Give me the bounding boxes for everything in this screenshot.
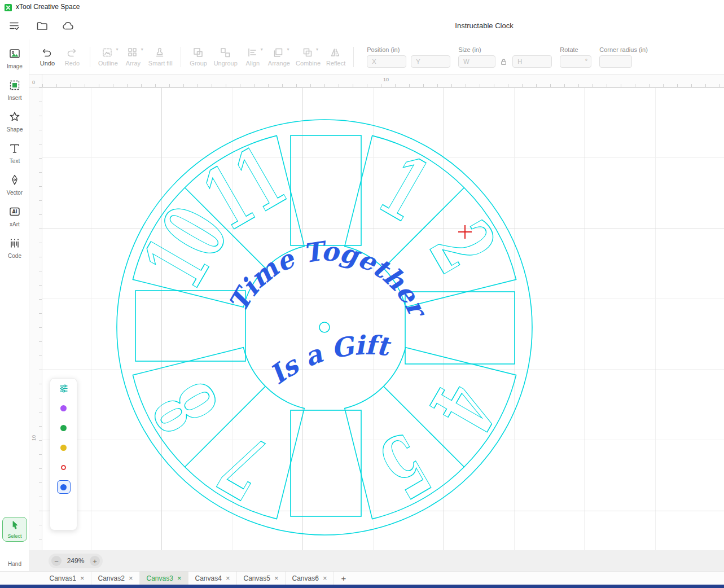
corner-radius-label: Corner radius (in): [599, 46, 648, 53]
tab-close-icon[interactable]: ×: [177, 574, 182, 582]
tab-canvas4[interactable]: Canvas4×: [188, 572, 237, 585]
smart-fill-icon: [154, 47, 166, 58]
position-x-input[interactable]: [367, 55, 406, 68]
clock-number[interactable]: 5: [364, 414, 445, 518]
outline-icon: ▾: [102, 47, 114, 58]
ruler-label: 10: [31, 435, 37, 441]
sidebar-item-vector[interactable]: Vector: [0, 174, 29, 196]
align-button[interactable]: ▾ Align: [240, 42, 265, 72]
zoom-out-button[interactable]: −: [51, 556, 62, 566]
text-icon: [8, 142, 21, 157]
tab-label: Canvas1: [50, 574, 76, 582]
tab-close-icon[interactable]: ×: [274, 574, 279, 582]
tab-close-icon[interactable]: ×: [80, 574, 85, 582]
tab-label: Canvas3: [147, 574, 173, 582]
tab-canvas5[interactable]: Canvas5×: [237, 572, 286, 585]
palette-color-yellow[interactable]: [57, 441, 71, 454]
redo-button[interactable]: Redo: [60, 42, 85, 72]
tab-canvas3[interactable]: Canvas3×: [140, 572, 188, 585]
ruler-label: 10: [383, 77, 389, 82]
project-title: Instructable Clock: [433, 21, 535, 30]
palette-color-blue[interactable]: [57, 480, 71, 494]
zoom-level[interactable]: 249%: [65, 557, 86, 565]
add-canvas-button[interactable]: +: [334, 572, 353, 585]
app-window: xTool Creative Space Instructable Clock …: [0, 0, 724, 588]
lock-ratio-icon[interactable]: [500, 58, 508, 65]
palette-color-green[interactable]: [57, 421, 71, 435]
toolbar-divider: [90, 47, 90, 67]
tab-canvas2[interactable]: Canvas2×: [91, 572, 140, 585]
canvas-tabbar: Canvas1×Canvas2×Canvas3×Canvas4×Canvas5×…: [0, 571, 724, 585]
design-canvas[interactable]: 1011124578Time TogetherIs a Gift: [42, 87, 724, 550]
sidebar-item-shape[interactable]: Shape: [0, 111, 29, 133]
green-swatch: [60, 425, 67, 431]
red-swatch: [61, 465, 66, 470]
palette-color-purple[interactable]: [57, 401, 71, 415]
array-button[interactable]: ▾ Array: [121, 42, 146, 72]
tab-label: Canvas6: [292, 574, 319, 582]
sidebar-item-code[interactable]: Code: [0, 237, 29, 259]
tab-close-icon[interactable]: ×: [323, 574, 327, 582]
tab-canvas6[interactable]: Canvas6×: [286, 572, 334, 585]
menubar: Instructable Clock: [0, 14, 724, 40]
smart-fill-button[interactable]: Smart fill: [146, 42, 175, 72]
photo-frame[interactable]: [291, 135, 361, 245]
photo-frame[interactable]: [291, 410, 361, 516]
color-palette: [50, 378, 77, 530]
toolbar-divider: [353, 47, 354, 67]
palette-settings-icon[interactable]: [59, 383, 69, 393]
folder-icon[interactable]: [36, 19, 50, 34]
hand-tool-button[interactable]: Hand: [0, 550, 29, 567]
undo-button[interactable]: Undo: [35, 42, 60, 72]
tab-close-icon[interactable]: ×: [226, 574, 230, 582]
position-y-input[interactable]: [411, 55, 450, 68]
palette-color-red[interactable]: [57, 460, 71, 474]
ungroup-button[interactable]: Ungroup: [211, 42, 240, 72]
zoom-control: − 249% +: [49, 554, 103, 568]
tab-label: Canvas5: [244, 574, 270, 582]
ruler-origin-label: 0: [32, 80, 35, 85]
sidebar-item-text[interactable]: Text: [0, 142, 29, 164]
size-h-input[interactable]: [512, 55, 552, 68]
arrange-button[interactable]: ▾ Arrange: [265, 42, 293, 72]
select-tool-button[interactable]: Select: [2, 517, 27, 542]
reflect-button[interactable]: Reflect: [323, 42, 348, 72]
main-menu-icon[interactable]: [8, 19, 23, 34]
zoom-in-button[interactable]: +: [90, 556, 100, 566]
clock-number[interactable]: 4: [411, 367, 515, 448]
tab-close-icon[interactable]: ×: [129, 574, 133, 582]
size-w-input[interactable]: [458, 55, 495, 68]
taskbar-edge: [0, 585, 724, 588]
array-icon: ▾: [127, 47, 139, 58]
sidebar-item-image[interactable]: Image: [0, 47, 29, 69]
clock-design[interactable]: 1011124578Time TogetherIs a Gift: [42, 87, 724, 550]
align-icon: ▾: [247, 47, 259, 58]
tab-canvas1[interactable]: Canvas1×: [43, 572, 91, 585]
vector-icon: [8, 174, 21, 188]
select-cursor-icon: [10, 520, 20, 533]
curved-text[interactable]: Is a Gift: [264, 330, 393, 390]
size-label: Size (in): [458, 46, 552, 53]
corner-radius-input[interactable]: [599, 55, 632, 68]
undo-icon: [41, 47, 54, 58]
sidebar-item-insert[interactable]: Insert: [0, 79, 29, 101]
blue-swatch: [60, 484, 67, 490]
clock-center-hole[interactable]: [319, 322, 330, 332]
canvas-footer: − 249% +: [29, 550, 724, 571]
sidebar-item-xart[interactable]: AI xArt: [0, 205, 29, 227]
redo-icon: [66, 47, 78, 58]
clock-outer-circle[interactable]: [117, 120, 532, 535]
curved-text[interactable]: Time Together: [222, 235, 434, 324]
group-button[interactable]: Group: [186, 42, 211, 72]
combine-button[interactable]: ▾ Combine: [293, 42, 323, 72]
clock-number[interactable]: 1: [364, 137, 445, 240]
tab-label: Canvas4: [195, 574, 222, 582]
clock-number[interactable]: 8: [134, 367, 238, 448]
outline-button[interactable]: ▾ Outline: [95, 42, 121, 72]
clock-number[interactable]: 2: [411, 207, 515, 288]
cloud-icon[interactable]: [62, 19, 76, 34]
ruler-horizontal: 10: [42, 74, 724, 87]
arrange-icon: ▾: [273, 47, 285, 58]
clock-number[interactable]: 7: [204, 414, 285, 518]
sidebar: Image Insert Shape Text Vector: [0, 40, 29, 585]
